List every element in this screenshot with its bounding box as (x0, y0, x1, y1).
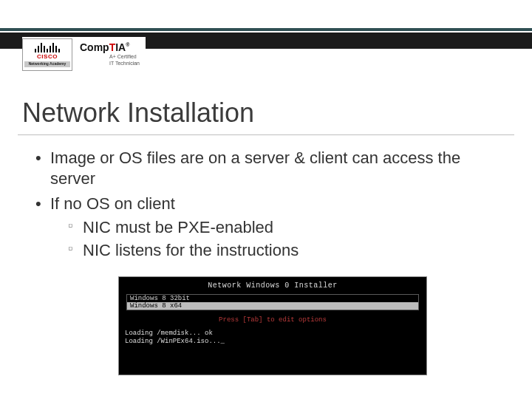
bullet-2a: NIC must be PXE-enabled (68, 217, 502, 238)
terminal-header: Network Windows 0 Installer (125, 282, 420, 290)
terminal-hint: Press [Tab] to edit options (125, 316, 420, 324)
bullet-2: If no OS on client NIC must be PXE-enabl… (35, 194, 502, 260)
logo-cluster: CISCO Networking Academy CompTIA® A+ Cer… (22, 37, 146, 75)
cisco-name: CISCO (24, 53, 70, 60)
cisco-logo: CISCO Networking Academy (22, 38, 72, 71)
comptia-red: T (109, 41, 116, 53)
slide-title: Network Installation (22, 98, 254, 129)
registered-icon: ® (126, 42, 129, 47)
comptia-pre: Comp (80, 41, 109, 53)
terminal-log: Loading /memdisk... ok Loading /WinPEx64… (125, 330, 420, 347)
cisco-subline: Networking Academy (24, 61, 70, 67)
bullet-2b: NIC listens for the instructions (68, 240, 502, 261)
pxe-terminal: Network Windows 0 Installer Windows 8 32… (118, 276, 427, 375)
comptia-tag2: IT Technician (109, 61, 140, 66)
comptia-tag1: A+ Certified (109, 54, 140, 60)
bullet-2-text: If no OS on client (50, 194, 175, 213)
bullet-2b-text: NIC listens for the instructions (83, 241, 299, 259)
comptia-brand: CompTIA® (80, 41, 129, 53)
title-rule (18, 134, 514, 135)
bullet-2a-text: NIC must be PXE-enabled (83, 218, 273, 236)
header-bands (0, 0, 532, 34)
cisco-bars-icon (24, 41, 70, 52)
band-white (0, 0, 532, 28)
terminal-menu: Windows 8 32bit Windows 8 x64 (126, 294, 419, 310)
terminal-option-2-selected: Windows 8 x64 (127, 302, 418, 310)
comptia-logo: CompTIA® A+ Certified IT Technician (80, 38, 140, 66)
bullet-1: Image or OS files are on a server & clie… (35, 148, 502, 189)
slide-body: Image or OS files are on a server & clie… (35, 148, 502, 265)
terminal-option-1: Windows 8 32bit (127, 295, 418, 302)
comptia-post: IA (115, 41, 126, 53)
bullet-1-text: Image or OS files are on a server & clie… (50, 149, 460, 188)
